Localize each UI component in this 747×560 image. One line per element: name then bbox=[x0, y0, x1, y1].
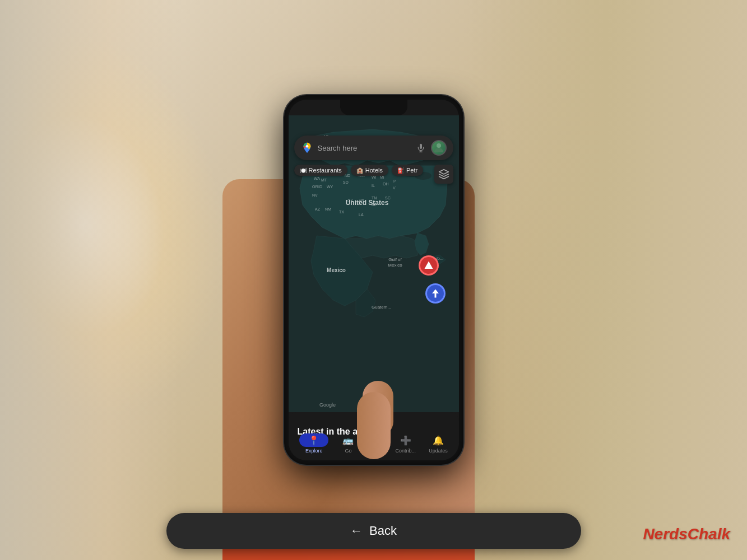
back-arrow-icon: ← bbox=[350, 524, 363, 538]
updates-icon: 🔔 bbox=[432, 433, 445, 447]
pill-restaurants-label: Restaurants bbox=[309, 167, 342, 174]
nav-go[interactable]: 🚌 Go bbox=[341, 433, 355, 454]
svg-text:Guatem...: Guatem... bbox=[372, 305, 391, 310]
svg-text:WY: WY bbox=[327, 185, 333, 189]
curtain-left bbox=[0, 0, 179, 560]
explore-icon: 📍 bbox=[299, 433, 328, 447]
svg-text:Gulf of: Gulf of bbox=[388, 257, 402, 262]
svg-text:SD: SD bbox=[343, 180, 349, 184]
svg-text:LA: LA bbox=[359, 213, 364, 217]
svg-text:Mexico: Mexico bbox=[327, 267, 346, 273]
svg-text:OK: OK bbox=[347, 199, 353, 203]
finger-left bbox=[357, 392, 391, 459]
microphone-icon[interactable] bbox=[415, 142, 426, 153]
nav-updates[interactable]: 🔔 Updates bbox=[429, 433, 448, 454]
pill-hotels[interactable]: 🏨 Hotels bbox=[351, 165, 388, 176]
user-avatar[interactable] bbox=[431, 140, 447, 156]
svg-text:Google: Google bbox=[319, 402, 336, 408]
svg-text:IL: IL bbox=[372, 184, 375, 188]
svg-text:NM: NM bbox=[325, 207, 331, 211]
search-input[interactable]: Search here bbox=[318, 144, 415, 152]
nav-updates-label: Updates bbox=[429, 448, 448, 454]
svg-text:NV: NV bbox=[312, 193, 318, 197]
svg-point-43 bbox=[305, 145, 308, 148]
svg-text:MT: MT bbox=[321, 178, 327, 182]
nav-go-label: Go bbox=[345, 448, 351, 454]
svg-marker-47 bbox=[424, 262, 433, 269]
svg-point-46 bbox=[437, 143, 441, 148]
svg-text:AZ: AZ bbox=[315, 207, 321, 211]
svg-text:MI: MI bbox=[380, 175, 384, 179]
nav-contribute-label: Contrib... bbox=[396, 448, 416, 454]
svg-text:WI: WI bbox=[372, 175, 377, 179]
phone-notch bbox=[340, 100, 407, 115]
back-button[interactable]: ← Back bbox=[166, 513, 581, 549]
category-pills: 🍽️ Restaurants 🏨 Hotels ⛽ Petr bbox=[294, 165, 453, 176]
navigation-button[interactable] bbox=[425, 283, 446, 304]
svg-text:TN: TN bbox=[372, 196, 377, 200]
svg-text:P: P bbox=[393, 179, 396, 183]
svg-text:Mexico: Mexico bbox=[388, 263, 402, 268]
svg-text:OH: OH bbox=[383, 182, 389, 186]
contribute-icon: ➕ bbox=[399, 433, 412, 447]
go-icon: 🚌 bbox=[341, 433, 355, 447]
svg-text:AR: AR bbox=[359, 199, 364, 203]
nav-contribute[interactable]: ➕ Contrib... bbox=[396, 433, 416, 454]
svg-text:OR: OR bbox=[312, 185, 318, 189]
hotels-icon: 🏨 bbox=[356, 167, 363, 174]
back-button-label: Back bbox=[369, 524, 397, 538]
layer-toggle-button[interactable] bbox=[434, 165, 453, 184]
svg-text:V: V bbox=[393, 186, 396, 190]
pill-hotels-label: Hotels bbox=[365, 167, 383, 174]
restaurants-icon: 🍽️ bbox=[300, 167, 307, 174]
map-area[interactable]: United States Mexico Gulf of Mexico Guat… bbox=[289, 115, 459, 412]
pill-restaurants[interactable]: 🍽️ Restaurants bbox=[294, 165, 347, 176]
pill-petrol[interactable]: ⛽ Petr bbox=[392, 165, 423, 176]
svg-text:WA: WA bbox=[314, 176, 320, 180]
petrol-icon: ⛽ bbox=[397, 167, 404, 174]
svg-text:ID: ID bbox=[318, 185, 322, 189]
red-marker[interactable] bbox=[419, 255, 439, 276]
nav-explore-label: Explore bbox=[305, 448, 323, 454]
watermark: NerdsChalk bbox=[643, 525, 730, 543]
nav-explore[interactable]: 📍 Explore bbox=[299, 433, 328, 454]
google-maps-logo bbox=[301, 142, 313, 154]
svg-text:TX: TX bbox=[339, 210, 344, 214]
pill-petrol-label: Petr bbox=[406, 167, 417, 174]
svg-text:AL: AL bbox=[372, 203, 377, 207]
svg-text:SC: SC bbox=[385, 196, 391, 200]
search-bar[interactable]: Search here bbox=[294, 136, 453, 160]
